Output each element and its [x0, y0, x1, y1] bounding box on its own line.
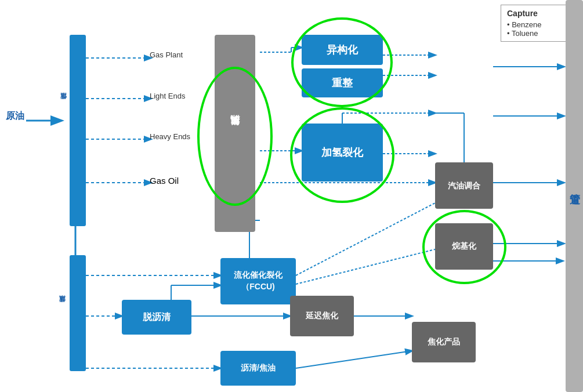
alkylation-box: 烷基化 [435, 223, 493, 270]
svg-line-32 [296, 351, 412, 368]
delayed-coking-box: 延迟焦化 [290, 296, 354, 336]
vacuum-distillation-column [70, 255, 86, 371]
hydrocracking-box: 加氢裂化 [302, 124, 383, 182]
svg-line-26 [296, 203, 435, 275]
vacuum-distillation-label: 减压蒸馏 [58, 261, 67, 354]
deasphalting-box: 脱沥清 [122, 300, 191, 335]
crude-oil-label: 原油 [6, 110, 24, 122]
light-ends-label: Light Ends [150, 92, 185, 100]
refinery-diagram: 原油 常压蒸馏 减压蒸馏 Gas Plant Light Ends Heavy … [0, 0, 583, 392]
coker-products-box: 焦化产品 [412, 322, 476, 362]
isomerization-box: 异构化 [302, 35, 383, 65]
reforming-box: 重整 [302, 68, 383, 97]
slurry-oil-box: 沥清/焦油 [220, 351, 296, 386]
capture-title: Capture [507, 9, 570, 18]
svg-line-27 [296, 249, 435, 284]
heavy-ends-label: Heavy Ends [150, 132, 190, 141]
gas-oil-label: Gas Oil [150, 176, 179, 186]
atm-distillation-label: 常压蒸馏 [59, 46, 68, 162]
capture-benzene: • Benzene [507, 20, 570, 29]
capture-toluene: • Toluene [507, 29, 570, 38]
fccu-box: 流化催化裂化（FCCU) [220, 258, 296, 304]
capture-box: Capture • Benzene • Toluene [501, 5, 576, 42]
pipeline-column [566, 0, 583, 392]
gas-plant-label: Gas Plant [150, 50, 183, 59]
gasoline-blending-box: 汽油调合 [435, 162, 493, 209]
hydro-desulfurization-column: 加氢脱硫 [215, 35, 255, 232]
atm-distillation-column [70, 35, 86, 226]
